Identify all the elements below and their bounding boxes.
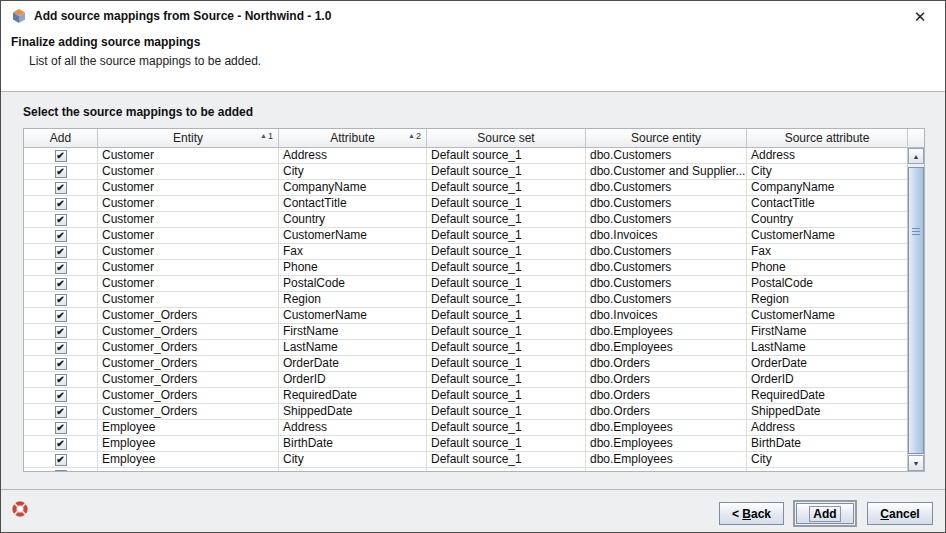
table-row[interactable]: ✔CustomerPhoneDefault source_1dbo.Custom…: [24, 260, 907, 276]
cell-source-attribute: CompanyName: [747, 180, 907, 195]
cell-source-attribute: ShippedDate: [747, 404, 907, 419]
column-header-source-set[interactable]: Source set: [427, 129, 586, 148]
row-checkbox[interactable]: ✔: [55, 246, 67, 258]
row-checkbox[interactable]: ✔: [55, 214, 67, 226]
table-row[interactable]: ✔CustomerContactTitleDefault source_1dbo…: [24, 196, 907, 212]
table-row[interactable]: ✔Customer_OrdersFirstNameDefault source_…: [24, 324, 907, 340]
table-row[interactable]: ✔EmployeeCityDefault source_1dbo.Employe…: [24, 452, 907, 468]
row-checkbox[interactable]: ✔: [55, 326, 67, 338]
cell-attribute: CustomerName: [279, 308, 427, 323]
cell-source-attribute: Region: [747, 292, 907, 307]
table-row[interactable]: ✔Customer_OrdersOrderIDDefault source_1d…: [24, 372, 907, 388]
table-row[interactable]: ✔CustomerCompanyNameDefault source_1dbo.…: [24, 180, 907, 196]
add-button[interactable]: Add: [796, 503, 854, 524]
cell-attribute: BirthDate: [279, 436, 427, 451]
row-checkbox[interactable]: ✔: [55, 198, 67, 210]
row-checkbox[interactable]: ✔: [55, 310, 67, 322]
row-checkbox[interactable]: ✔: [55, 454, 67, 466]
row-checkbox[interactable]: ✔: [55, 358, 67, 370]
cell-attribute: OrderID: [279, 372, 427, 387]
cell-source-entity: dbo.Employees: [586, 324, 747, 339]
cell-entity: Customer: [98, 212, 279, 227]
vertical-scrollbar[interactable]: ▲ ▼: [907, 129, 924, 471]
table-row[interactable]: ✔Customer_OrdersShippedDateDefault sourc…: [24, 404, 907, 420]
cell-attribute: Fax: [279, 244, 427, 259]
cell-source-set: Default source_1: [427, 212, 586, 227]
cell-attribute: Region: [279, 292, 427, 307]
cell-source-set: Default source_1: [427, 420, 586, 435]
cell-source-attribute: RequiredDate: [747, 388, 907, 403]
wizard-heading: Finalize adding source mappings: [11, 35, 200, 49]
row-checkbox[interactable]: ✔: [55, 230, 67, 242]
cell-source-entity: dbo.Customers: [586, 212, 747, 227]
table-row[interactable]: ✔EmployeeAddressDefault source_1dbo.Empl…: [24, 420, 907, 436]
close-icon[interactable]: ✕: [909, 6, 931, 28]
row-checkbox[interactable]: ✔: [55, 438, 67, 450]
cell-attribute: ShippedDate: [279, 404, 427, 419]
row-checkbox[interactable]: ✔: [55, 182, 67, 194]
life-buoy-help-icon[interactable]: [11, 500, 29, 518]
table-row[interactable]: ✔Customer_OrdersCustomerNameDefault sour…: [24, 308, 907, 324]
add-cell: ✔: [24, 372, 98, 387]
row-checkbox[interactable]: ✔: [55, 150, 67, 162]
window-title: Add source mappings from Source - Northw…: [34, 9, 331, 23]
cell-entity: Customer_Orders: [98, 340, 279, 355]
table-row[interactable]: ✔Customer_OrdersLastNameDefault source_1…: [24, 340, 907, 356]
cell-source-set: Default source_1: [427, 356, 586, 371]
add-cell: ✔: [24, 292, 98, 307]
cell-attribute: City: [279, 452, 427, 467]
back-button[interactable]: < Back: [719, 502, 784, 525]
table-row[interactable]: ✔CustomerPostalCodeDefault source_1dbo.C…: [24, 276, 907, 292]
row-checkbox[interactable]: ✔: [55, 294, 67, 306]
row-checkbox[interactable]: ✔: [55, 374, 67, 386]
sort-ascending-icon: ▲1: [260, 131, 273, 141]
cell-attribute: City: [279, 164, 427, 179]
add-cell: ✔: [24, 148, 98, 163]
row-checkbox[interactable]: ✔: [55, 278, 67, 290]
cell-entity: Customer: [98, 196, 279, 211]
scrollbar-track[interactable]: [908, 164, 924, 455]
cell-source-set: Default source_1: [427, 148, 586, 163]
table-row[interactable]: ✔CustomerCityDefault source_1dbo.Custome…: [24, 164, 907, 180]
title-bar[interactable]: Add source mappings from Source - Northw…: [1, 1, 945, 31]
table-row[interactable]: ✔CustomerAddressDefault source_1dbo.Cust…: [24, 148, 907, 164]
cell-source-entity: dbo.Customers: [586, 292, 747, 307]
cell-source-attribute: FirstName: [747, 324, 907, 339]
cell-source-set: Default source_1: [427, 308, 586, 323]
row-checkbox[interactable]: ✔: [55, 342, 67, 354]
table-row[interactable]: ✔CustomerCountryDefault source_1dbo.Cust…: [24, 212, 907, 228]
cell-source-entity: dbo.Orders: [586, 404, 747, 419]
row-checkbox[interactable]: ✔: [55, 422, 67, 434]
cancel-button[interactable]: Cancel: [867, 502, 933, 525]
scroll-down-icon[interactable]: ▼: [908, 455, 924, 471]
column-header-source-attribute[interactable]: Source attribute: [747, 129, 907, 148]
cell-entity: Customer: [98, 260, 279, 275]
column-header-add[interactable]: Add: [24, 129, 98, 148]
table-row[interactable]: ✔CustomerRegionDefault source_1dbo.Custo…: [24, 292, 907, 308]
row-checkbox[interactable]: ✔: [55, 166, 67, 178]
table-row[interactable]: ✔EmployeeBirthDateDefault source_1dbo.Em…: [24, 436, 907, 452]
column-header-attribute[interactable]: Attribute▲2: [279, 129, 427, 148]
scrollbar-thumb[interactable]: [908, 167, 924, 454]
cell-attribute: [279, 468, 427, 471]
cell-entity: Customer: [98, 244, 279, 259]
row-checkbox[interactable]: ✔: [55, 390, 67, 402]
table-row-partial[interactable]: [24, 468, 907, 471]
row-checkbox[interactable]: ✔: [55, 406, 67, 418]
row-checkbox[interactable]: ✔: [55, 262, 67, 274]
scroll-up-icon[interactable]: ▲: [908, 148, 924, 164]
table-row[interactable]: ✔CustomerCustomerNameDefault source_1dbo…: [24, 228, 907, 244]
cell-entity: Customer_Orders: [98, 388, 279, 403]
table-row[interactable]: ✔Customer_OrdersRequiredDateDefault sour…: [24, 388, 907, 404]
cell-entity: Customer: [98, 276, 279, 291]
table-row[interactable]: ✔Customer_OrdersOrderDateDefault source_…: [24, 356, 907, 372]
cell-source-attribute: City: [747, 164, 907, 179]
add-cell: [24, 468, 98, 471]
table-row[interactable]: ✔CustomerFaxDefault source_1dbo.Customer…: [24, 244, 907, 260]
cell-entity: Customer_Orders: [98, 404, 279, 419]
cell-source-attribute: Address: [747, 420, 907, 435]
cell-entity: Customer_Orders: [98, 308, 279, 323]
row-checkbox[interactable]: [55, 470, 67, 472]
column-header-entity[interactable]: Entity▲1: [98, 129, 279, 148]
column-header-source-entity[interactable]: Source entity: [586, 129, 747, 148]
